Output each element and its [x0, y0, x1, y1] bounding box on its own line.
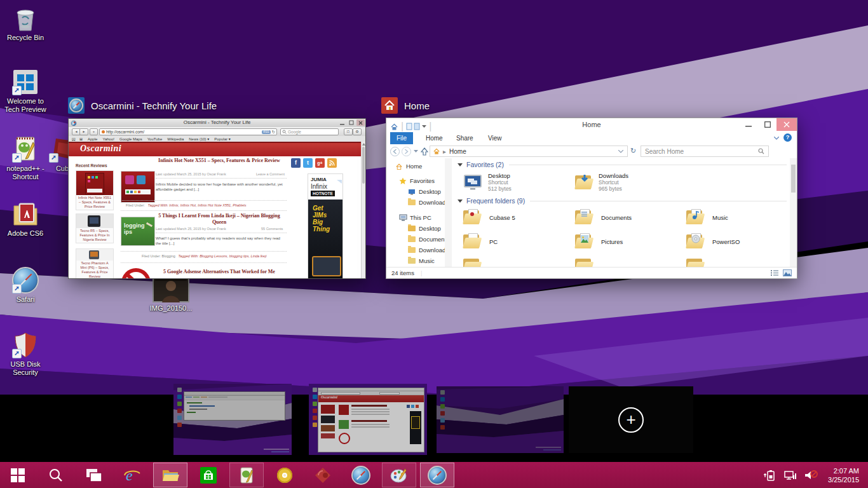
file-explorer-button[interactable] — [154, 463, 187, 487]
close-button[interactable] — [356, 119, 365, 126]
article-image-blogging-tips[interactable]: loggingips — [121, 217, 155, 246]
tab-share[interactable]: Share — [450, 132, 480, 144]
article-comments-link[interactable]: Leave a Comment — [256, 172, 285, 176]
back-button[interactable] — [390, 147, 400, 156]
up-button[interactable] — [421, 147, 428, 156]
internet-explorer-button[interactable]: e — [116, 463, 149, 487]
forward-button[interactable] — [402, 147, 411, 156]
desktop-icon-welcome-tech-preview[interactable]: ➚ Welcome to Tech Preview — [0, 69, 51, 114]
article-title[interactable]: 5 Google Adsense Alternatives That Worke… — [156, 269, 283, 275]
battery-power-icon[interactable] — [763, 470, 776, 481]
sidebar-review-card[interactable]: Tecno R5 – Specs, Features & Price In Ni… — [76, 214, 114, 243]
safari-running-button[interactable] — [421, 463, 454, 487]
bookmark-popular[interactable]: Popular ▾ — [214, 137, 230, 141]
twitter-icon[interactable]: t — [303, 158, 313, 168]
forward-button[interactable]: ▸ — [79, 128, 88, 135]
explorer-window[interactable]: | | Home File Home Share View ? — [386, 118, 797, 279]
bookmark-yahoo[interactable]: Yahoo! — [102, 137, 114, 141]
windows-store-button[interactable] — [192, 463, 225, 487]
reload-icon[interactable]: ↻ — [272, 130, 275, 135]
paint-button[interactable] — [383, 463, 416, 487]
settings-gear-button[interactable]: ⚙ — [353, 128, 362, 135]
notepadpp-button[interactable] — [230, 463, 263, 487]
file-tile-desktop[interactable]: Desktop Shortcut 512 bytes — [463, 172, 512, 192]
group-header-favorites[interactable]: Favorites (2) — [458, 161, 787, 168]
tab-file[interactable]: File — [390, 132, 413, 144]
breadcrumb[interactable]: ▸ Home — [430, 146, 628, 157]
navpane-scrollbar[interactable] — [445, 158, 452, 268]
page-menu-button[interactable]: 🗋 — [344, 128, 353, 135]
desktop-icon-adobe-cs6[interactable]: Adobe CS6 — [0, 201, 51, 238]
article-comments-link[interactable]: 55 Comments — [261, 227, 283, 231]
bookmark-apple[interactable]: Apple — [88, 137, 97, 141]
safari-window[interactable]: Oscarmini - Technify Your Life ◂ ▸ + htt… — [68, 118, 366, 279]
folder-pictures[interactable]: Pictures — [574, 233, 623, 250]
refresh-icon[interactable]: ↻ — [630, 147, 636, 155]
poweriso-button[interactable] — [268, 463, 301, 487]
article-image-infinix[interactable] — [121, 171, 155, 203]
folder-poweriso[interactable]: PowerISO — [686, 233, 740, 250]
nav-pc-desktop[interactable]: Desktop — [408, 224, 441, 233]
desktop-icon-usb-disk-security[interactable]: ➚ USB Disk Security — [0, 332, 51, 377]
rss-badge[interactable]: RSS — [262, 130, 270, 134]
bookmark-google-maps[interactable]: Google Maps — [119, 137, 142, 141]
facebook-icon[interactable]: f — [291, 158, 301, 168]
nav-home[interactable]: Home — [395, 162, 422, 170]
content-scrollbar[interactable] — [790, 158, 797, 268]
topsites-grid-icon[interactable]: ⊞ — [79, 137, 83, 141]
desktop-icon-img-photo[interactable]: IMG_20150... — [142, 274, 200, 313]
search-field[interactable]: Google — [280, 128, 339, 135]
breadcrumb-dropdown-icon[interactable] — [618, 150, 623, 153]
desktop-icon-recycle-bin[interactable]: Recycle Bin — [0, 5, 51, 42]
task-view-button[interactable] — [78, 463, 111, 487]
thumbnails-view-button[interactable] — [783, 269, 792, 276]
taskview-label-safari[interactable]: Oscarmini - Technify Your Life — [68, 97, 217, 114]
search-button[interactable] — [39, 463, 72, 487]
ad-banner[interactable]: JUMIA Infinix HOTNOTE GetJIMs BigThing — [308, 173, 343, 278]
ad-choices-icon[interactable] — [337, 175, 342, 179]
article-tags[interactable]: Tagged With: Blogging Lessons, blogging … — [179, 254, 267, 258]
add-desktop-button[interactable]: + — [569, 386, 693, 453]
site-logo[interactable]: Oscarmini — [80, 144, 121, 154]
nav-desktop[interactable]: Desktop — [408, 187, 441, 196]
bookmark-wikipedia[interactable]: Wikipedia — [167, 137, 184, 141]
minimize-button[interactable] — [740, 118, 757, 131]
group-header-frequent-folders[interactable]: Frequent folders (9) — [458, 197, 787, 205]
help-button[interactable]: ? — [783, 133, 792, 142]
desktop-thumbnail-3[interactable] — [437, 386, 564, 453]
file-tile-downloads[interactable]: Downloads Shortcut 965 bytes — [574, 172, 628, 192]
folder-partial[interactable] — [574, 257, 593, 268]
bookmark-youtube[interactable]: YouTube — [147, 137, 163, 141]
maximize-button[interactable] — [759, 118, 776, 131]
nav-pc-documents[interactable]: Documents — [408, 235, 449, 243]
nav-pc-music[interactable]: Music — [408, 257, 435, 265]
explorer-search-box[interactable]: Search Home — [641, 146, 769, 157]
bookmark-news[interactable]: News (10) ▾ — [189, 137, 209, 141]
safari-titlebar[interactable]: Oscarmini - Technify Your Life — [69, 119, 365, 128]
bookmarks-book-icon[interactable]: 🕮 — [72, 137, 76, 141]
folder-pc[interactable]: PC — [463, 233, 498, 250]
sidebar-review-card[interactable]: Tecno Phantom A Mini (P6) – Specs, Featu… — [76, 248, 114, 278]
start-button[interactable] — [1, 463, 34, 487]
folder-documents[interactable]: Documents — [574, 209, 632, 226]
nav-favorites[interactable]: Favorites — [399, 177, 435, 185]
address-bar[interactable]: http://oscarmini.com/ RSS ↻ — [99, 128, 277, 135]
folder-music[interactable]: Music — [686, 209, 728, 226]
desktop-thumbnail-2[interactable]: Oscarmini — [309, 384, 427, 455]
new-tab-button[interactable]: + — [90, 128, 98, 135]
article-title[interactable]: 5 Things I Learnt From Linda Ikeji – Nig… — [156, 213, 283, 226]
sidebar-review-card[interactable]: Infinix Hot Note X551 – Specs, Features … — [76, 170, 114, 210]
article-title[interactable]: Infinix Hot Note X551 – Specs, Features … — [156, 158, 283, 164]
nav-pc-downloads[interactable]: Downloads — [408, 246, 449, 254]
taskview-label-home[interactable]: Home — [381, 97, 430, 114]
tab-view[interactable]: View — [482, 132, 508, 144]
folder-partial[interactable] — [686, 257, 705, 268]
ribbon-expand-icon[interactable] — [774, 137, 779, 140]
details-view-button[interactable] — [770, 269, 779, 276]
googleplus-icon[interactable]: g+ — [315, 158, 325, 168]
network-icon[interactable] — [783, 470, 796, 481]
article-image-adsense[interactable] — [122, 266, 150, 278]
explorer-titlebar[interactable]: | | Home — [386, 118, 797, 132]
safari-pinned-button[interactable] — [344, 463, 377, 487]
volume-muted-icon[interactable] — [804, 470, 818, 481]
